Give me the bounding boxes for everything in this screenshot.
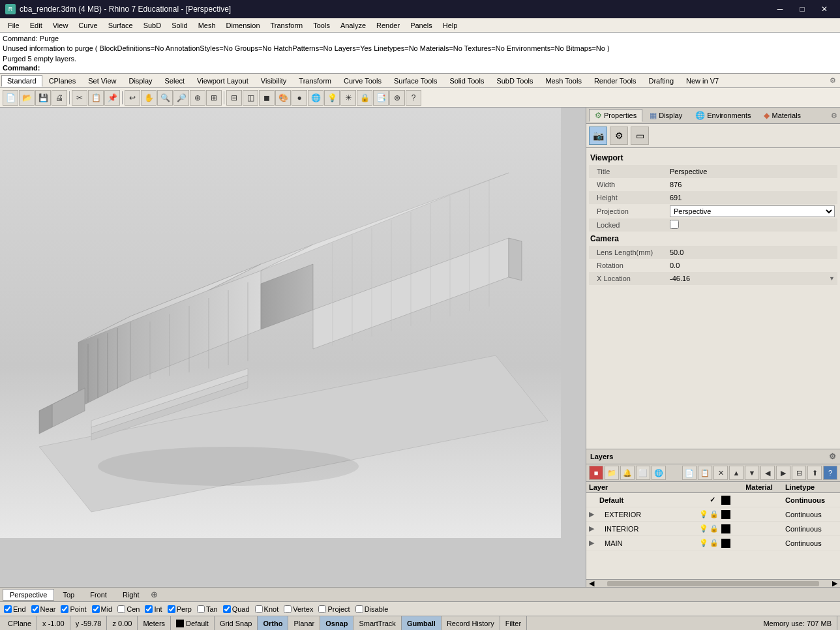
layer-new-child-btn[interactable]: 📋 [698, 466, 712, 480]
layer-expand-main[interactable]: ▶ [589, 539, 599, 547]
layer-export-btn[interactable]: ⬆ [807, 466, 822, 480]
layer-new-btn[interactable]: 📄 [682, 466, 697, 480]
tab-display[interactable]: ▦ Display [644, 109, 688, 122]
toolbar-tab-mesh-tools[interactable]: Mesh Tools [539, 75, 587, 87]
menu-item-analyze[interactable]: Analyze [335, 20, 371, 31]
layer-filter-btn[interactable]: ⊟ [792, 466, 806, 480]
layer-row-interior[interactable]: ▶ INTERIOR 💡 🔒 Continuous [586, 522, 840, 536]
menu-item-mesh[interactable]: Mesh [193, 20, 221, 31]
menu-item-transform[interactable]: Transform [265, 20, 308, 31]
menu-item-surface[interactable]: Surface [103, 20, 138, 31]
osnap-cen-checkbox[interactable] [117, 605, 125, 613]
tab-materials[interactable]: ◆ Materials [758, 109, 807, 122]
maximize-button[interactable]: □ [792, 2, 813, 16]
lock-icon-interior[interactable]: 🔒 [710, 524, 719, 533]
command-input[interactable] [41, 64, 172, 72]
toolbar-tab-cplanes[interactable]: CPlanes [43, 75, 82, 87]
menu-item-panels[interactable]: Panels [405, 20, 438, 31]
open-btn[interactable]: 📂 [19, 90, 35, 106]
toolbar-tab-subd-tools[interactable]: SubD Tools [490, 75, 539, 87]
rect-icon-btn[interactable]: ▭ [631, 127, 649, 145]
viewport-tab-front[interactable]: Front [83, 589, 114, 601]
layer-expand-interior[interactable]: ▶ [589, 524, 599, 533]
toolbar-tab-visibility[interactable]: Visibility [255, 75, 293, 87]
planar-btn[interactable]: Planar [288, 616, 320, 630]
zoom-out-btn[interactable]: 🔎 [173, 90, 189, 106]
toolbar-tab-viewport-layout[interactable]: Viewport Layout [191, 75, 254, 87]
filter-btn[interactable]: Filter [500, 616, 527, 630]
toolbar-tab-drafting[interactable]: Drafting [643, 75, 680, 87]
grid-snap-btn[interactable]: Grid Snap [215, 616, 258, 630]
osnap-near-checkbox[interactable] [31, 605, 39, 613]
toolbar-tab-transform[interactable]: Transform [293, 75, 337, 87]
tab-properties[interactable]: ⚙ Properties [589, 109, 642, 122]
toolbar-tab-surface-tools[interactable]: Surface Tools [388, 75, 443, 87]
toolbar-tab-standard[interactable]: Standard [1, 75, 42, 87]
snap-btn[interactable]: ⊛ [389, 90, 405, 106]
wire-btn[interactable]: ◫ [243, 90, 258, 106]
scroll-left-btn[interactable]: ◀ [586, 579, 597, 587]
osnap-knot-checkbox[interactable] [255, 605, 263, 613]
lock-icon-main[interactable]: 🔒 [710, 539, 719, 547]
layer-row-exterior[interactable]: ▶ EXTERIOR 💡 🔒 Continuous [586, 507, 840, 522]
menu-item-tools[interactable]: Tools [308, 20, 335, 31]
zoom-in-btn[interactable]: 🔍 [157, 90, 173, 106]
cut-btn[interactable]: ✂ [72, 90, 87, 106]
toolbar-tab-new-in-v7[interactable]: New in V7 [680, 75, 725, 87]
scrollbar-track[interactable] [607, 581, 819, 586]
lightbulb-icon-exterior[interactable]: 💡 [699, 510, 708, 518]
menu-item-curve[interactable]: Curve [73, 20, 102, 31]
help-btn[interactable]: ? [406, 90, 421, 106]
menu-item-solid[interactable]: Solid [166, 20, 192, 31]
record-history-btn[interactable]: Record History [442, 616, 500, 630]
copy-btn[interactable]: 📋 [88, 90, 104, 106]
light-btn[interactable]: 💡 [324, 90, 340, 106]
viewport-tab-perspective[interactable]: Perspective [3, 589, 54, 601]
layer-folder-btn[interactable]: 📁 [605, 466, 619, 480]
print-btn[interactable]: 🖨 [52, 90, 67, 106]
settings-icon-btn[interactable]: ⚙ [610, 127, 628, 145]
paste-btn[interactable]: 📌 [104, 90, 120, 106]
menu-item-view[interactable]: View [48, 20, 74, 31]
layer-down-btn[interactable]: ▼ [745, 466, 759, 480]
osnap-tan-checkbox[interactable] [197, 605, 205, 613]
locked-checkbox[interactable] [670, 220, 679, 229]
ortho-btn[interactable]: Ortho [258, 616, 288, 630]
camera-icon-btn[interactable]: 📷 [589, 127, 607, 145]
menu-item-help[interactable]: Help [438, 20, 463, 31]
sun-btn[interactable]: ☀ [340, 90, 356, 106]
properties-settings-icon[interactable]: ⚙ [831, 112, 837, 120]
layer-color-btn[interactable]: ■ [589, 466, 603, 480]
osnap-project-checkbox[interactable] [318, 605, 326, 613]
toolbar-settings-icon[interactable]: ⚙ [827, 75, 839, 87]
render-btn[interactable]: 🎨 [275, 90, 291, 106]
layer-globe-btn[interactable]: 🌐 [652, 466, 666, 480]
layer-help-btn[interactable]: ? [823, 466, 837, 480]
pan-btn[interactable]: ✋ [141, 90, 157, 106]
grid-btn[interactable]: ⊟ [226, 90, 242, 106]
lock-icon-exterior[interactable]: 🔒 [710, 510, 719, 518]
env-btn[interactable]: 🌐 [308, 90, 323, 106]
layer-filter-fwd-btn[interactable]: ▶ [776, 466, 790, 480]
layer-import-btn[interactable]: ⬜ [636, 466, 650, 480]
lock-btn[interactable]: 🔒 [357, 90, 372, 106]
osnap-disable-checkbox[interactable] [355, 605, 363, 613]
layer-row-main[interactable]: ▶ MAIN 💡 🔒 Continuous [586, 536, 840, 550]
toolbar-tab-display[interactable]: Display [123, 75, 158, 87]
undo-btn[interactable]: ↩ [125, 90, 140, 106]
zoom-sel-btn[interactable]: ⊞ [206, 90, 222, 106]
osnap-perp-checkbox[interactable] [168, 605, 175, 613]
minimize-button[interactable]: ─ [770, 2, 790, 16]
osnap-end-checkbox[interactable] [4, 605, 12, 613]
new-file-btn[interactable]: 📄 [3, 90, 18, 106]
toolbar-tab-select[interactable]: Select [159, 75, 191, 87]
viewport-tab-top[interactable]: Top [55, 589, 82, 601]
osnap-mid-checkbox[interactable] [92, 605, 100, 613]
osnap-btn[interactable]: Osnap [320, 616, 353, 630]
mat-btn[interactable]: ● [292, 90, 307, 106]
tab-environments[interactable]: 🌐 Environments [689, 109, 757, 122]
toolbar-tab-solid-tools[interactable]: Solid Tools [443, 75, 490, 87]
add-viewport-btn[interactable]: ⊕ [148, 588, 160, 601]
osnap-quad-checkbox[interactable] [223, 605, 231, 613]
layer-indicator[interactable]: Default [171, 616, 215, 630]
